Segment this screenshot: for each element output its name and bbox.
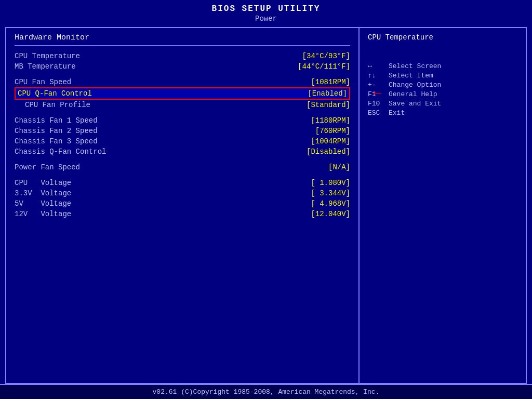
setting-chassis-fan3[interactable]: Chassis Fan 3 Speed [1004RPM] <box>15 136 350 147</box>
label-cpu-temp: CPU Temperature <box>15 52 80 60</box>
label-power-fan: Power Fan Speed <box>15 163 80 171</box>
value-chassis-fan1: [1180RPM] <box>311 116 350 125</box>
label-cpu-qfan: CPU Q-Fan Control <box>18 89 92 98</box>
value-12v-voltage: [12.040V] <box>311 210 350 218</box>
keybind-select-screen: ↔ Select Screen <box>368 62 517 70</box>
setting-chassis-qfan[interactable]: Chassis Q-Fan Control [Disabled] <box>15 147 350 157</box>
value-cpu-voltage: [ 1.080V] <box>311 179 350 187</box>
setting-3v3-voltage[interactable]: 3.3V Voltage [ 3.344V] <box>15 188 350 198</box>
keybindings: ↔ Select Screen ↑↓ Select Item +- Change… <box>368 62 517 117</box>
setting-cpu-fan-speed[interactable]: CPU Fan Speed [1081RPM] <box>15 77 350 87</box>
value-mb-temp: [44°C/111°F] <box>298 62 350 71</box>
desc-change-option: Change Option <box>389 81 441 89</box>
desc-general-help: General Help <box>389 90 437 98</box>
setting-chassis-fan1[interactable]: Chassis Fan 1 Speed [1180RPM] <box>15 115 350 126</box>
value-power-fan: [N/A] <box>328 163 350 171</box>
right-panel-title: CPU Temperature <box>368 33 517 42</box>
footer: v02.61 (C)Copyright 1985-2008, American … <box>0 384 532 399</box>
setting-12v-voltage[interactable]: 12V Voltage [12.040V] <box>15 209 350 219</box>
setting-power-fan[interactable]: Power Fan Speed [N/A] <box>15 162 350 172</box>
label-12v-voltage: 12V Voltage <box>15 210 71 218</box>
value-cpu-qfan: [Enabled] <box>308 89 347 98</box>
value-cpu-fan-profile: [Standard] <box>307 101 350 109</box>
value-3v3-voltage: [ 3.344V] <box>311 189 350 197</box>
value-cpu-temp: [34°C/93°F] <box>302 52 350 60</box>
settings-list: CPU Temperature [34°C/93°F] MB Temperatu… <box>15 51 350 219</box>
keybind-general-help: F1 General Help <box>368 90 517 98</box>
setting-cpu-voltage[interactable]: CPU Voltage [ 1.080V] <box>15 178 350 188</box>
label-chassis-qfan: Chassis Q-Fan Control <box>15 148 106 156</box>
label-cpu-voltage: CPU Voltage <box>15 179 71 187</box>
value-chassis-qfan: [Disabled] <box>307 148 350 156</box>
key-esc: ESC <box>368 109 384 117</box>
setting-5v-voltage[interactable]: 5V Voltage [ 4.968V] <box>15 198 350 209</box>
desc-select-screen: Select Screen <box>389 62 441 70</box>
label-chassis-fan2: Chassis Fan 2 Speed <box>15 127 98 135</box>
setting-mb-temp[interactable]: MB Temperature [44°C/111°F] <box>15 61 350 72</box>
keybind-save-exit: F10 Save and Exit <box>368 100 517 108</box>
label-cpu-fan-speed: CPU Fan Speed <box>15 78 71 86</box>
key-arrows-vert: ↑↓ <box>368 72 384 79</box>
bios-subtitle: Power <box>0 15 532 23</box>
separator <box>15 45 350 46</box>
setting-cpu-temp[interactable]: CPU Temperature [34°C/93°F] <box>15 51 350 61</box>
desc-select-item: Select Item <box>389 72 433 79</box>
desc-exit: Exit <box>389 109 405 117</box>
label-chassis-fan1: Chassis Fan 1 Speed <box>15 116 98 125</box>
setting-chassis-fan2[interactable]: Chassis Fan 2 Speed [760RPM] <box>15 126 350 136</box>
keybind-exit: ESC Exit <box>368 109 517 117</box>
label-chassis-fan3: Chassis Fan 3 Speed <box>15 137 98 145</box>
label-cpu-fan-profile: CPU Fan Profile <box>25 101 90 109</box>
value-chassis-fan2: [760RPM] <box>315 127 350 135</box>
section-title: Hardware Monitor <box>15 33 350 42</box>
label-3v3-voltage: 3.3V Voltage <box>15 189 71 197</box>
setting-cpu-qfan[interactable]: CPU Q-Fan Control [Enabled] <box>15 87 350 100</box>
label-mb-temp: MB Temperature <box>15 62 76 71</box>
value-5v-voltage: [ 4.968V] <box>311 200 350 208</box>
red-arrow-icon: ← <box>373 86 381 101</box>
keybind-select-item: ↑↓ Select Item <box>368 72 517 79</box>
value-chassis-fan3: [1004RPM] <box>311 137 350 145</box>
key-arrows-horiz: ↔ <box>368 62 384 70</box>
setting-cpu-fan-profile[interactable]: CPU Fan Profile [Standard] <box>15 100 350 110</box>
footer-text: v02.61 (C)Copyright 1985-2008, American … <box>153 388 380 396</box>
desc-save-exit: Save and Exit <box>389 100 441 108</box>
keybind-change-option: +- Change Option <box>368 81 517 89</box>
bios-title: BIOS SETUP UTILITY <box>0 4 532 14</box>
label-5v-voltage: 5V Voltage <box>15 200 71 208</box>
value-cpu-fan-speed: [1081RPM] <box>311 78 350 86</box>
